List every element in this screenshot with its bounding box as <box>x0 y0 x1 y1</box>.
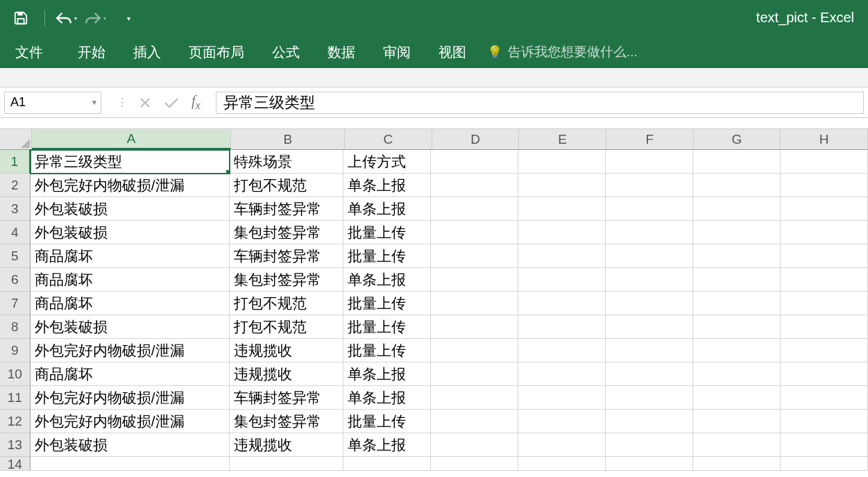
cell[interactable]: 批量上传 <box>343 315 431 339</box>
cell[interactable] <box>606 315 693 339</box>
tab-home[interactable]: 开始 <box>64 36 119 69</box>
cell[interactable] <box>693 221 781 244</box>
cell[interactable]: 商品腐坏 <box>31 268 230 292</box>
cell[interactable] <box>343 457 431 471</box>
cell[interactable]: 异常三级类型 <box>31 150 230 174</box>
cell[interactable]: 车辆封签异常 <box>230 197 343 221</box>
cell[interactable]: 外包完好内物破损/泄漏 <box>31 386 230 410</box>
row-header[interactable]: 13 <box>0 433 31 457</box>
cell[interactable] <box>693 174 781 197</box>
cell[interactable] <box>693 410 781 433</box>
row-header[interactable]: 9 <box>0 339 31 362</box>
cell[interactable] <box>518 339 606 362</box>
cell[interactable]: 车辆封签异常 <box>230 244 343 268</box>
cell[interactable] <box>518 197 606 221</box>
cell[interactable]: 外包装破损 <box>31 315 230 339</box>
cell[interactable] <box>781 268 868 292</box>
cell[interactable]: 特殊场景 <box>230 150 343 174</box>
cell[interactable]: 单条上报 <box>343 174 431 197</box>
row-header[interactable]: 11 <box>0 386 31 410</box>
cell[interactable]: 上传方式 <box>343 150 431 174</box>
cell[interactable] <box>431 386 518 410</box>
cell[interactable] <box>781 315 868 339</box>
cell[interactable]: 商品腐坏 <box>31 244 230 268</box>
cell[interactable] <box>518 433 606 457</box>
cancel-button[interactable] <box>139 97 151 109</box>
undo-button[interactable]: ▾ <box>55 10 77 26</box>
cell[interactable] <box>781 244 868 268</box>
cell[interactable] <box>518 268 606 292</box>
cell[interactable]: 单条上报 <box>343 386 431 410</box>
cell[interactable]: 外包完好内物破损/泄漏 <box>31 339 230 362</box>
row-header[interactable]: 2 <box>0 174 31 197</box>
cell[interactable] <box>606 244 693 268</box>
tab-data[interactable]: 数据 <box>314 36 369 69</box>
redo-dropdown-icon[interactable]: ▾ <box>103 15 106 22</box>
cell[interactable] <box>431 197 518 221</box>
enter-button[interactable] <box>164 97 179 109</box>
cell[interactable] <box>693 457 781 471</box>
cell[interactable] <box>606 410 693 433</box>
cell[interactable] <box>781 339 868 362</box>
cell[interactable]: 集包封签异常 <box>230 221 343 244</box>
cell[interactable] <box>431 410 518 433</box>
cell[interactable]: 打包不规范 <box>230 315 343 339</box>
cell[interactable] <box>606 457 693 471</box>
cell[interactable] <box>518 315 606 339</box>
formula-input[interactable]: 异常三级类型 <box>216 92 864 114</box>
cell[interactable] <box>518 174 606 197</box>
row-header[interactable]: 5 <box>0 244 31 268</box>
column-header-D[interactable]: D <box>432 129 520 149</box>
cell[interactable] <box>431 244 518 268</box>
cell[interactable] <box>781 457 868 471</box>
tab-review[interactable]: 审阅 <box>369 36 425 69</box>
cell[interactable]: 单条上报 <box>343 268 431 292</box>
cell[interactable] <box>693 362 781 386</box>
cell[interactable] <box>781 433 868 457</box>
select-all-corner[interactable] <box>0 129 32 150</box>
undo-dropdown-icon[interactable]: ▾ <box>74 15 77 22</box>
cell[interactable] <box>431 457 518 471</box>
cell[interactable] <box>781 221 868 244</box>
cell[interactable] <box>431 174 518 197</box>
redo-button[interactable]: ▾ <box>84 10 106 26</box>
cell[interactable] <box>431 221 518 244</box>
cell[interactable] <box>431 315 518 339</box>
row-header[interactable]: 12 <box>0 410 31 433</box>
column-header-F[interactable]: F <box>606 129 694 149</box>
cell[interactable]: 外包完好内物破损/泄漏 <box>31 410 230 433</box>
cell[interactable]: 外包完好内物破损/泄漏 <box>31 174 230 197</box>
cell[interactable]: 批量上传 <box>343 410 431 433</box>
row-header[interactable]: 3 <box>0 197 31 221</box>
cell[interactable] <box>606 386 693 410</box>
row-header[interactable]: 1 <box>0 150 31 174</box>
cell[interactable] <box>606 362 693 386</box>
cell[interactable]: 外包装破损 <box>31 433 230 457</box>
cell[interactable]: 打包不规范 <box>230 174 343 197</box>
cell[interactable] <box>606 292 693 315</box>
cell[interactable]: 单条上报 <box>343 433 431 457</box>
cell[interactable]: 违规揽收 <box>230 362 343 386</box>
row-header[interactable]: 10 <box>0 362 31 386</box>
qat-customize-dropdown[interactable]: ▾ <box>127 15 130 22</box>
tab-file[interactable]: 文件 <box>8 36 64 69</box>
cell[interactable] <box>431 268 518 292</box>
cell[interactable] <box>518 292 606 315</box>
cell[interactable] <box>693 433 781 457</box>
cell[interactable] <box>518 410 606 433</box>
cell[interactable] <box>693 386 781 410</box>
cell[interactable]: 批量上传 <box>343 292 431 315</box>
tab-view[interactable]: 视图 <box>425 36 480 69</box>
cell[interactable] <box>431 150 518 174</box>
cell[interactable]: 打包不规范 <box>230 292 343 315</box>
name-box-dropdown-icon[interactable]: ▼ <box>91 99 98 106</box>
column-header-G[interactable]: G <box>694 129 781 149</box>
cell[interactable] <box>781 197 868 221</box>
cell[interactable] <box>781 174 868 197</box>
cell[interactable] <box>518 457 606 471</box>
row-header[interactable]: 7 <box>0 292 31 315</box>
cell[interactable] <box>606 150 693 174</box>
cell[interactable]: 单条上报 <box>343 362 431 386</box>
cell[interactable] <box>693 244 781 268</box>
row-header[interactable]: 4 <box>0 221 31 244</box>
